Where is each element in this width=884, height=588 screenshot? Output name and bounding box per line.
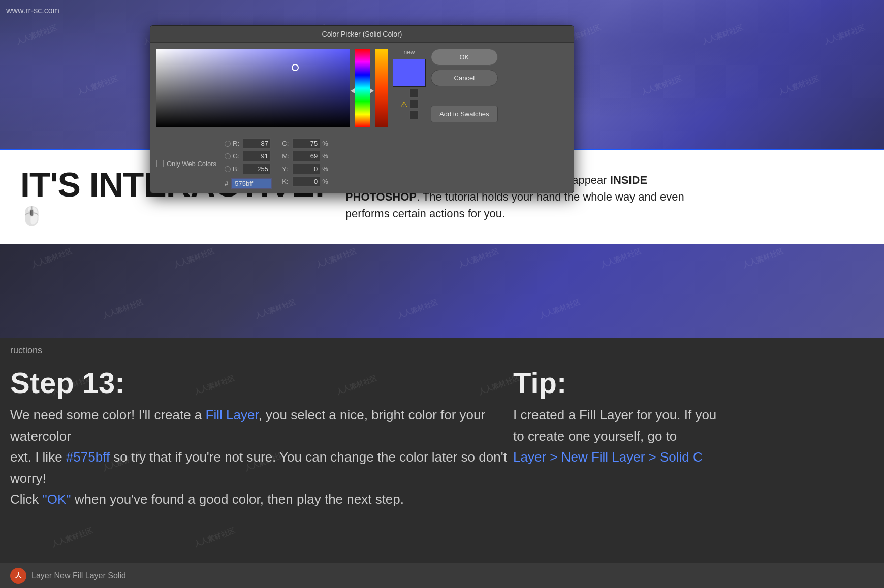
b-label: B: <box>233 165 241 173</box>
color-mini-spectrum <box>375 49 388 127</box>
y-label: Y: <box>282 165 290 173</box>
b-input[interactable] <box>243 164 271 174</box>
step-text-3: ext. I like <box>10 449 66 465</box>
logo-icon: 人 <box>10 568 26 584</box>
swatch-icon-2[interactable] <box>409 100 419 109</box>
swatch-new-color <box>393 59 426 87</box>
k-percent: % <box>322 178 328 185</box>
step-text-5: Click <box>10 492 43 507</box>
step-number: Step 13: <box>10 366 508 400</box>
m-percent: % <box>322 152 328 160</box>
color-gradient-picker[interactable] <box>156 49 350 127</box>
step-section: Step 13: We need some color! I'll create… <box>10 366 508 510</box>
swatch-icons-row: ⚠ <box>400 89 419 119</box>
warning-icon: ⚠ <box>400 100 407 109</box>
tip-text-2: to create one yourself, go to <box>513 429 677 444</box>
swatch-new-label: new <box>403 49 415 56</box>
k-input[interactable] <box>292 176 320 187</box>
cancel-button[interactable]: Cancel <box>431 70 498 86</box>
bottom-toolbar: 人 Layer New Fill Layer Solid <box>0 563 884 588</box>
add-swatches-button[interactable]: Add to Swatches <box>431 106 498 122</box>
m-row: M: % <box>282 151 328 161</box>
color-picker-dialog: Color Picker (Solid Color) new ⚠ <box>150 25 574 193</box>
bg-bottom <box>0 244 884 343</box>
g-radio[interactable] <box>225 153 231 159</box>
hex-row: # <box>225 178 272 189</box>
site-url: www.rr-sc.com <box>6 6 59 15</box>
ok-button[interactable]: OK <box>431 49 498 66</box>
g-label: G: <box>233 152 241 160</box>
layer-fill-link[interactable]: Layer > New Fill Layer > Solid C <box>513 449 703 465</box>
hue-arrow-right <box>370 88 374 93</box>
dialog-body: new ⚠ OK Cancel Add to Swatches <box>150 43 574 134</box>
k-label: K: <box>282 178 290 185</box>
web-colors-option[interactable]: Only Web Colors <box>156 160 216 168</box>
hex-color-link[interactable]: #575bff <box>66 449 110 465</box>
ok-link[interactable]: "OK" <box>43 492 71 507</box>
web-colors-checkbox[interactable] <box>156 160 164 167</box>
c-label: C: <box>282 140 290 147</box>
step-text-6: when you've found a good color, then pla… <box>71 492 404 507</box>
y-row: Y: % <box>282 164 328 174</box>
dialog-bottom: Only Web Colors R: G: B: <box>150 134 574 193</box>
r-label: R: <box>233 140 241 147</box>
k-row: K: % <box>282 176 328 187</box>
cmyk-section: C: % M: % Y: % K: % <box>282 138 328 189</box>
r-radio[interactable] <box>225 141 231 147</box>
hue-arrow-left <box>351 88 355 93</box>
hue-slider[interactable] <box>355 49 370 127</box>
hex-hash: # <box>225 180 228 187</box>
rgb-section: R: G: B: # <box>225 138 272 189</box>
color-values-panel: R: G: B: # <box>225 138 567 189</box>
c-percent: % <box>322 140 328 147</box>
hex-input[interactable] <box>231 178 272 189</box>
m-label: M: <box>282 152 290 160</box>
fill-layer-link[interactable]: Fill Layer <box>206 407 259 422</box>
g-row: G: <box>225 151 272 161</box>
y-input[interactable] <box>292 164 320 174</box>
m-input[interactable] <box>292 151 320 161</box>
swatch-icon-1[interactable] <box>409 89 419 98</box>
r-row: R: <box>225 138 272 149</box>
c-input[interactable] <box>292 138 320 149</box>
step-body: We need some color! I'll create a Fill L… <box>10 405 508 510</box>
c-row: C: % <box>282 138 328 149</box>
dialog-buttons: OK Cancel Add to Swatches <box>431 49 498 127</box>
y-percent: % <box>322 165 328 173</box>
dialog-title: Color Picker (Solid Color) <box>150 26 574 43</box>
step-text-1: We need some color! I'll create a <box>10 407 206 422</box>
r-input[interactable] <box>243 138 271 149</box>
web-colors-label: Only Web Colors <box>167 160 216 168</box>
g-input[interactable] <box>243 151 271 161</box>
color-swatches: new ⚠ <box>393 49 426 127</box>
swatch-icon-3[interactable] <box>409 110 419 119</box>
b-radio[interactable] <box>225 166 231 172</box>
b-row: B: <box>225 164 272 174</box>
cursor-icon: 🖱️ <box>20 206 43 227</box>
tip-label: Tip: <box>513 366 869 400</box>
color-cursor <box>292 64 299 71</box>
hue-slider-container <box>355 49 370 127</box>
bottom-toolbar-text: Layer New Fill Layer Solid <box>31 571 126 580</box>
tip-section: Tip: I created a Fill Layer for you. If … <box>513 366 869 468</box>
color-mode-icons <box>409 89 419 119</box>
tip-text-1: I created a Fill Layer for you. If you <box>513 407 716 422</box>
tip-body: I created a Fill Layer for you. If you t… <box>513 405 869 468</box>
instructions-label: ructions <box>10 345 42 356</box>
